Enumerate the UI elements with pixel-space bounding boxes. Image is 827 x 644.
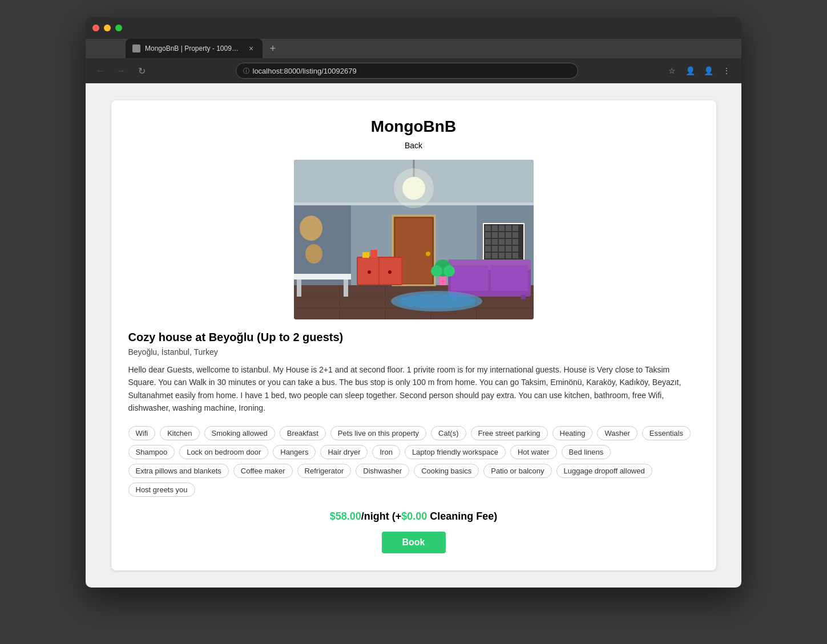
amenity-badge: Patio or balcony	[483, 464, 551, 478]
cleaning-fee: $0.00	[401, 511, 427, 522]
svg-rect-21	[499, 225, 505, 231]
amenity-badge: Breakfast	[280, 426, 326, 440]
tab-close-button[interactable]: ×	[247, 44, 256, 53]
forward-nav-button[interactable]: →	[113, 63, 129, 79]
svg-rect-59	[491, 265, 528, 291]
svg-rect-37	[506, 246, 511, 252]
svg-rect-31	[499, 239, 505, 245]
svg-rect-38	[513, 246, 518, 252]
profile1-button[interactable]: 👤	[682, 63, 698, 79]
listing-location: Beyoğlu, İstanbul, Turkey	[128, 347, 699, 357]
amenity-badge: Cat(s)	[431, 426, 466, 440]
svg-rect-42	[506, 253, 511, 258]
profile2-button[interactable]: 👤	[700, 63, 716, 79]
svg-point-75	[394, 168, 434, 208]
book-button[interactable]: Book	[382, 532, 446, 553]
cleaning-label: Cleaning Fee)	[427, 511, 497, 522]
amenity-badge: Refrigerator	[297, 464, 352, 478]
tab-title: MongoBnB | Property - 100926...	[145, 44, 242, 52]
amenity-badge: Hot water	[510, 445, 557, 459]
new-tab-button[interactable]: +	[265, 39, 281, 58]
amenity-badge: Extra pillows and blankets	[128, 464, 229, 478]
svg-rect-23	[513, 225, 518, 231]
amenity-badge: Bed linens	[562, 445, 611, 459]
amenity-badge: Shampoo	[128, 445, 175, 459]
site-title: MongoBnB	[128, 118, 699, 136]
amenity-badge: Laptop friendly workspace	[405, 445, 506, 459]
back-link-container: Back	[128, 140, 699, 151]
amenity-badge: Free street parking	[471, 426, 548, 440]
pricing-section: $58.00/night (+$0.00 Cleaning Fee)	[128, 511, 699, 523]
amenity-badge: Luggage dropoff allowed	[556, 464, 652, 478]
svg-rect-28	[513, 232, 518, 238]
amenity-badge: Hangers	[273, 445, 316, 459]
maximize-button[interactable]	[115, 25, 122, 31]
svg-point-15	[426, 252, 430, 256]
svg-point-53	[388, 270, 392, 274]
svg-rect-10	[294, 205, 351, 285]
book-button-container: Book	[128, 532, 699, 553]
amenity-badge: Host greets you	[128, 483, 195, 497]
svg-rect-54	[362, 252, 369, 258]
listing-description: Hello dear Guests, wellcome to istanbul.…	[128, 363, 699, 415]
price-label: /night (+	[361, 511, 402, 522]
minimize-button[interactable]	[104, 25, 111, 31]
listing-title: Cozy house at Beyoğlu (Up to 2 guests)	[128, 331, 699, 344]
svg-rect-39	[485, 253, 491, 258]
address-bar-container: ← → ↻ ⓘ localhost:8000/listing/10092679 …	[86, 58, 741, 83]
svg-rect-63	[297, 280, 301, 297]
price-per-night: $58.00	[330, 511, 361, 522]
svg-point-52	[368, 270, 371, 274]
amenity-badge: Pets live on this property	[330, 426, 426, 440]
svg-rect-30	[492, 239, 498, 245]
svg-point-67	[431, 265, 442, 277]
svg-rect-22	[506, 225, 511, 231]
amenity-badge: Essentials	[642, 426, 691, 440]
browser-titlebar	[86, 17, 741, 39]
amenity-badge: Coffee maker	[233, 464, 293, 478]
svg-point-68	[443, 265, 455, 277]
amenity-badge: Kitchen	[160, 426, 199, 440]
amenity-badge: Washer	[597, 426, 637, 440]
url-text: localhost:8000/listing/10092679	[253, 67, 357, 75]
amenity-badge: Dishwasher	[356, 464, 409, 478]
svg-rect-55	[370, 250, 377, 258]
security-icon: ⓘ	[243, 67, 249, 75]
svg-rect-34	[485, 246, 491, 252]
toolbar-right: ☆ 👤 👤 ⋮	[664, 63, 735, 79]
back-link[interactable]: Back	[405, 141, 422, 150]
svg-rect-20	[492, 225, 498, 231]
amenities-container: WifiKitchenSmoking allowedBreakfastPets …	[128, 426, 699, 497]
svg-rect-41	[499, 253, 505, 258]
svg-rect-33	[513, 239, 518, 245]
svg-rect-36	[499, 246, 505, 252]
amenity-badge: Hair dryer	[320, 445, 368, 459]
svg-point-70	[398, 294, 475, 309]
browser-window: MongoBnB | Property - 100926... × + ← → …	[86, 17, 741, 588]
menu-button[interactable]: ⋮	[719, 63, 735, 79]
close-button[interactable]	[92, 25, 99, 31]
amenity-badge: Lock on bedroom door	[179, 445, 268, 459]
bookmark-button[interactable]: ☆	[664, 63, 680, 79]
svg-rect-29	[485, 239, 491, 245]
svg-point-72	[305, 244, 322, 264]
svg-rect-25	[492, 232, 498, 238]
svg-rect-40	[492, 253, 498, 258]
amenity-badge: Smoking allowed	[204, 426, 275, 440]
amenity-badge: Iron	[372, 445, 400, 459]
listing-image-container	[128, 160, 699, 319]
reload-button[interactable]: ↻	[134, 63, 150, 79]
active-tab[interactable]: MongoBnB | Property - 100926... ×	[126, 39, 263, 58]
svg-rect-62	[294, 274, 351, 280]
svg-rect-61	[521, 295, 526, 299]
listing-card: MongoBnB Back	[111, 100, 716, 570]
svg-rect-24	[485, 232, 491, 238]
url-bar[interactable]: ⓘ localhost:8000/listing/10092679	[236, 63, 578, 79]
svg-rect-32	[506, 239, 511, 245]
listing-image	[294, 160, 534, 319]
amenity-badge: Wifi	[128, 426, 156, 440]
tab-bar: MongoBnB | Property - 100926... × +	[86, 39, 741, 58]
tab-favicon	[132, 44, 140, 52]
back-nav-button[interactable]: ←	[92, 63, 108, 79]
svg-point-71	[300, 216, 322, 241]
